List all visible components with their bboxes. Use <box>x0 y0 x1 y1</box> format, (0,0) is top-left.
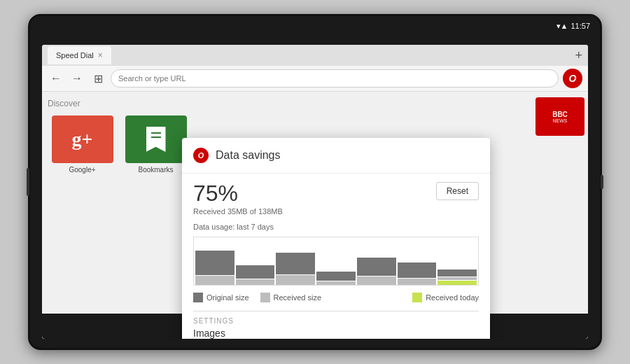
settings-section: SETTINGS Images <box>193 311 479 339</box>
data-savings-panel: O Data savings 75% Reset Received 35MB o… <box>182 138 490 339</box>
discover-label: Discover <box>48 97 190 110</box>
panel-header: O Data savings <box>182 138 490 174</box>
tablet-screen: Speed Dial × + ← → ⊞ O Di <box>42 45 588 339</box>
savings-percentage: 75% <box>193 182 238 204</box>
gplus-icon: g+ <box>72 128 93 150</box>
bar-received-7 <box>438 277 477 280</box>
bar-original-1 <box>195 251 234 275</box>
bar-received-1 <box>195 276 234 285</box>
opera-icon-small: O <box>193 148 209 163</box>
chart-bar-2 <box>236 240 275 285</box>
speed-dial-item-googleplus[interactable]: g+ Google+ <box>48 115 117 174</box>
legend-received-color <box>260 293 270 302</box>
wifi-icon: ▾▲ <box>556 22 568 31</box>
legend-today-color <box>412 293 422 302</box>
savings-detail: Received 35MB of 138MB <box>193 207 479 216</box>
chart-bar-1 <box>195 240 234 285</box>
legend-received: Received size <box>260 293 321 302</box>
status-icons: ▾▲ 11:57 <box>556 22 590 31</box>
legend-today: Received today <box>412 293 479 302</box>
bbc-title: BBC <box>552 111 568 118</box>
bar-original-5 <box>357 258 396 276</box>
panel-title: Data savings <box>216 149 281 162</box>
legend-original-color <box>193 293 203 302</box>
speed-dial-item-bookmarks[interactable]: Bookmarks <box>121 115 190 174</box>
chart-bar-6 <box>398 240 437 285</box>
chart-bar-3 <box>276 240 315 285</box>
googleplus-label: Google+ <box>69 166 95 174</box>
legend-original: Original size <box>193 293 249 302</box>
browser-content: Discover g+ Google+ <box>42 92 588 339</box>
bar-received-3 <box>276 275 315 285</box>
bbc-news-text: NEWS <box>553 118 568 123</box>
googleplus-tile[interactable]: g+ <box>52 115 113 163</box>
bar-original-3 <box>276 253 315 274</box>
chart-container <box>193 237 479 286</box>
browser-nav-bar: ← → ⊞ O <box>42 66 588 91</box>
browser-chrome: Speed Dial × + ← → ⊞ O <box>42 45 588 92</box>
tab-label: Speed Dial <box>56 51 94 59</box>
speed-dial-sidebar: Discover g+ Google+ <box>42 92 196 339</box>
bbc-tile[interactable]: BBC NEWS <box>536 97 584 136</box>
forward-btn[interactable]: → <box>69 70 85 87</box>
speed-dial-tab[interactable]: Speed Dial × <box>48 46 111 64</box>
bar-today-7 <box>438 281 477 285</box>
bar-received-5 <box>357 276 396 285</box>
percentage-row: 75% Reset <box>193 182 479 204</box>
bar-original-7 <box>438 270 477 276</box>
bar-original-4 <box>316 272 356 281</box>
opera-logo[interactable]: O <box>563 69 582 88</box>
panel-body: 75% Reset Received 35MB of 138MB Data us… <box>182 174 490 339</box>
data-usage-label: Data usage: last 7 days <box>193 223 479 231</box>
bar-received-4 <box>316 281 356 285</box>
images-setting[interactable]: Images <box>193 328 479 339</box>
settings-section-label: SETTINGS <box>193 317 479 325</box>
bar-received-6 <box>398 279 437 285</box>
side-button <box>27 168 29 196</box>
grid-btn[interactable]: ⊞ <box>90 70 106 87</box>
status-bar: ▾▲ 11:57 <box>30 16 600 36</box>
tab-close-btn[interactable]: × <box>98 50 103 60</box>
address-input[interactable] <box>118 74 551 83</box>
bar-original-2 <box>236 265 275 279</box>
time-display: 11:57 <box>570 22 590 30</box>
address-bar[interactable] <box>111 69 559 88</box>
chart-bar-7 <box>438 240 477 285</box>
right-button <box>601 175 603 189</box>
bar-original-6 <box>398 262 437 278</box>
bookmarks-label: Bookmarks <box>138 166 173 174</box>
legend-original-label: Original size <box>206 293 249 302</box>
bookmarks-tile[interactable] <box>125 115 187 163</box>
right-panel: BBC NEWS <box>532 92 588 339</box>
chart-legend: Original size Received size Received tod… <box>193 293 479 302</box>
back-btn[interactable]: ← <box>48 70 64 87</box>
browser-tab-bar: Speed Dial × + <box>42 45 588 66</box>
reset-button[interactable]: Reset <box>436 182 479 200</box>
chart-bar-5 <box>357 240 396 285</box>
bar-received-2 <box>236 279 275 285</box>
legend-received-label: Received size <box>274 293 321 302</box>
chart-bar-4 <box>316 240 356 285</box>
new-tab-btn[interactable]: + <box>575 49 582 62</box>
speed-dial-grid: g+ Google+ Bookmarks <box>48 115 190 174</box>
legend-today-label: Received today <box>426 293 479 302</box>
tablet-shell: ▾▲ 11:57 Speed Dial × + ← → ⊞ <box>28 14 602 350</box>
